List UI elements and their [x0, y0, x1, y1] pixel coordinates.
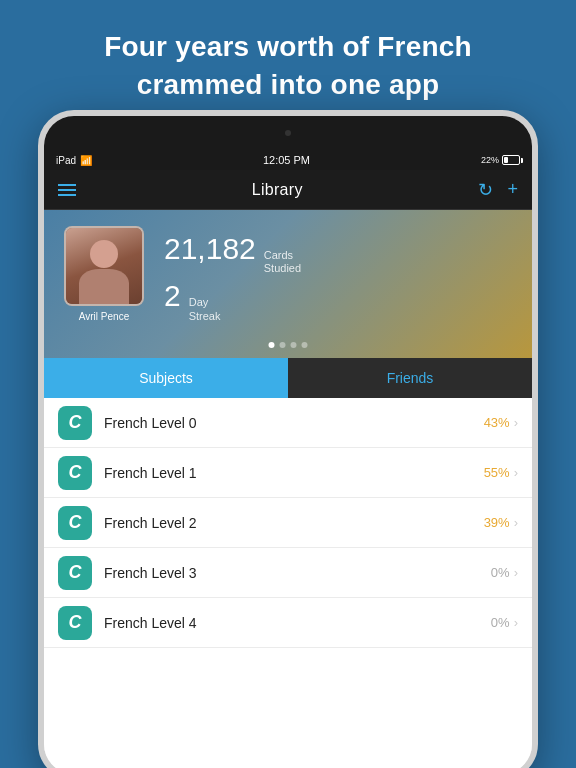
subject-icon-letter-3: C — [69, 562, 82, 583]
tab-friends[interactable]: Friends — [288, 358, 532, 398]
subject-icon-3: C — [58, 556, 92, 590]
list-item[interactable]: C French Level 3 0% › — [44, 548, 532, 598]
subject-pct-3: 0% — [491, 565, 510, 580]
dot-1 — [269, 342, 275, 348]
pagination-dots — [269, 342, 308, 348]
hamburger-line3 — [58, 194, 76, 196]
menu-button[interactable] — [58, 184, 76, 196]
streak-label: DayStreak — [189, 296, 221, 322]
avatar — [64, 226, 144, 306]
subject-pct-4: 0% — [491, 615, 510, 630]
chevron-right-icon-2: › — [514, 515, 518, 530]
cards-number: 21,182 — [164, 234, 256, 264]
avatar-wrapper: Avril Pence — [64, 226, 144, 322]
camera-dot — [285, 130, 291, 136]
subject-pct-0: 43% — [484, 415, 510, 430]
tab-bar: Subjects Friends — [44, 358, 532, 398]
tab-subjects-label: Subjects — [139, 370, 193, 386]
subject-pct-1: 55% — [484, 465, 510, 480]
status-time: 12:05 PM — [263, 154, 310, 166]
cards-stat-row: 21,182 CardsStudied — [164, 234, 512, 275]
profile-section: Avril Pence 21,182 CardsStudied 2 DayStr… — [44, 210, 532, 358]
hamburger-line2 — [58, 189, 76, 191]
nav-title: Library — [252, 181, 303, 199]
streak-number: 2 — [164, 281, 181, 311]
subject-pct-2: 39% — [484, 515, 510, 530]
hero-section: Four years worth of French crammed into … — [0, 0, 576, 122]
device-label: iPad — [56, 155, 76, 166]
subject-name-4: French Level 4 — [104, 615, 491, 631]
refresh-button[interactable]: ↻ — [478, 179, 493, 201]
tab-friends-label: Friends — [387, 370, 434, 386]
subject-list: C French Level 0 43% › C French Level 1 … — [44, 398, 532, 768]
hero-line1: Four years worth of French — [104, 31, 472, 62]
subject-icon-letter-4: C — [69, 612, 82, 633]
profile-name: Avril Pence — [79, 311, 129, 322]
subject-icon-0: C — [58, 406, 92, 440]
dot-3 — [291, 342, 297, 348]
subject-name-2: French Level 2 — [104, 515, 484, 531]
cards-label: CardsStudied — [264, 249, 301, 275]
ipad-content: iPad 📶 12:05 PM 22% Library ↻ + — [44, 150, 532, 768]
subject-icon-2: C — [58, 506, 92, 540]
chevron-right-icon-0: › — [514, 415, 518, 430]
subject-icon-4: C — [58, 606, 92, 640]
battery-fill — [504, 157, 508, 163]
subject-icon-letter-2: C — [69, 512, 82, 533]
dot-4 — [302, 342, 308, 348]
chevron-right-icon-4: › — [514, 615, 518, 630]
list-item[interactable]: C French Level 0 43% › — [44, 398, 532, 448]
chevron-right-icon-3: › — [514, 565, 518, 580]
battery-pct: 22% — [481, 155, 499, 165]
hero-line2: crammed into one app — [137, 69, 440, 100]
nav-right-buttons: ↻ + — [478, 179, 518, 201]
avatar-image — [66, 228, 142, 304]
nav-bar: Library ↻ + — [44, 170, 532, 210]
ipad-frame: iPad 📶 12:05 PM 22% Library ↻ + — [38, 110, 538, 768]
streak-stat-row: 2 DayStreak — [164, 281, 512, 322]
subject-icon-1: C — [58, 456, 92, 490]
wifi-icon: 📶 — [80, 155, 92, 166]
subject-icon-letter-1: C — [69, 462, 82, 483]
top-bezel — [44, 116, 532, 150]
subject-name-3: French Level 3 — [104, 565, 491, 581]
add-button[interactable]: + — [507, 179, 518, 200]
subject-icon-letter-0: C — [69, 412, 82, 433]
chevron-right-icon-1: › — [514, 465, 518, 480]
subject-name-1: French Level 1 — [104, 465, 484, 481]
list-item[interactable]: C French Level 2 39% › — [44, 498, 532, 548]
hamburger-line1 — [58, 184, 76, 186]
list-item[interactable]: C French Level 1 55% › — [44, 448, 532, 498]
dot-2 — [280, 342, 286, 348]
tab-subjects[interactable]: Subjects — [44, 358, 288, 398]
status-right: 22% — [481, 155, 520, 165]
subject-name-0: French Level 0 — [104, 415, 484, 431]
list-item[interactable]: C French Level 4 0% › — [44, 598, 532, 648]
status-left: iPad 📶 — [56, 155, 92, 166]
status-bar: iPad 📶 12:05 PM 22% — [44, 150, 532, 170]
stats-section: 21,182 CardsStudied 2 DayStreak — [164, 226, 512, 329]
hero-text: Four years worth of French crammed into … — [0, 0, 576, 122]
battery-icon — [502, 155, 520, 165]
